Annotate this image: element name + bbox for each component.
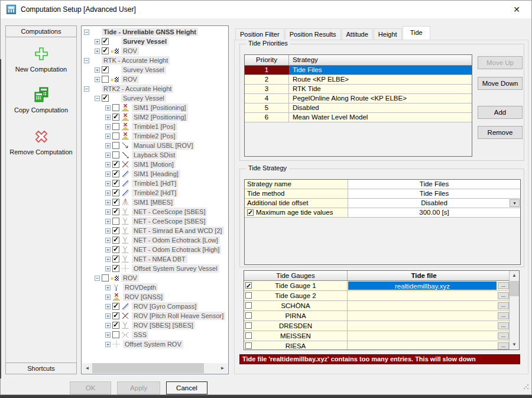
dropdown-arrow-icon[interactable]: ▼: [510, 199, 520, 207]
checkbox[interactable]: [112, 180, 119, 187]
tree-item[interactable]: +Trimble2 [Pos]: [82, 131, 228, 141]
expander-icon[interactable]: +: [105, 247, 111, 253]
tree-item[interactable]: +SIM1 [Positioning]: [82, 103, 228, 112]
expander-icon[interactable]: +: [105, 200, 111, 205]
expander-icon[interactable]: +: [105, 143, 111, 148]
checkbox[interactable]: [112, 312, 119, 319]
tree-item[interactable]: +NET - CeeScope [SBES]: [82, 216, 228, 226]
tide-file-cell[interactable]: ...: [348, 311, 510, 321]
tree-item[interactable]: −RTK2 - Accurate Height: [82, 84, 228, 93]
checkbox[interactable]: [112, 151, 119, 158]
expander-icon[interactable]: +: [95, 48, 100, 54]
tree-item[interactable]: +NET - NMEA DBT: [82, 254, 228, 264]
checkbox[interactable]: [112, 331, 119, 338]
priority-row[interactable]: 2Route <KP ELBE>: [245, 75, 472, 85]
priority-row[interactable]: 5Disabled: [245, 103, 472, 113]
priority-row[interactable]: 1Tide Files: [245, 66, 472, 75]
tide-gauge-row[interactable]: Tide Gauge 2...: [244, 291, 519, 301]
tree-item[interactable]: +SIM1 [Heading]: [82, 169, 228, 179]
tree-item[interactable]: +SIM1 [MBES]: [82, 198, 228, 207]
expander-icon[interactable]: −: [84, 30, 89, 35]
tab-height[interactable]: Height: [374, 28, 402, 40]
tide-file-cell[interactable]: ...: [348, 301, 510, 310]
browse-button[interactable]: ...: [498, 302, 509, 309]
checkbox[interactable]: [245, 322, 252, 329]
expander-icon[interactable]: +: [105, 162, 111, 167]
expander-icon[interactable]: +: [95, 67, 100, 73]
checkbox[interactable]: [112, 199, 119, 206]
checkbox[interactable]: [245, 332, 252, 339]
checkbox[interactable]: [112, 303, 119, 310]
expander-icon[interactable]: +: [105, 181, 111, 186]
remove-computation-button[interactable]: Remove Computation: [6, 128, 76, 156]
expander-icon[interactable]: +: [95, 39, 100, 44]
expander-icon[interactable]: +: [105, 304, 111, 309]
expander-icon[interactable]: +: [105, 105, 111, 111]
tree-item[interactable]: +ROV [SBES] [SBES]: [82, 321, 228, 330]
tree-item[interactable]: +NET - Odom Echotrack [Low]: [82, 235, 228, 245]
checkbox[interactable]: [245, 292, 252, 299]
checkbox[interactable]: [112, 170, 119, 177]
tree-item[interactable]: −»ROV: [82, 273, 228, 283]
tree-item[interactable]: +Layback SDist: [82, 150, 228, 160]
tree-item[interactable]: −Survey Vessel: [82, 93, 228, 103]
expander-icon[interactable]: +: [105, 323, 111, 328]
browse-button[interactable]: ...: [498, 282, 509, 289]
tree-item[interactable]: +ROV [GNSS]: [82, 292, 228, 302]
checkbox[interactable]: [112, 265, 119, 272]
scroll-right-icon[interactable]: ►: [218, 363, 228, 373]
tide-file-cell[interactable]: ...: [348, 331, 510, 341]
tree-item[interactable]: +Trimble2 [HdT]: [82, 188, 228, 198]
checkbox[interactable]: [112, 161, 119, 168]
tab-position-results[interactable]: Position Results: [285, 28, 341, 40]
checkbox[interactable]: [112, 142, 119, 149]
strategy-value-cell[interactable]: Tide Files: [348, 180, 520, 189]
checkbox[interactable]: [112, 255, 119, 263]
checkbox[interactable]: [112, 322, 119, 329]
checkbox[interactable]: [245, 342, 252, 349]
scroll-left-icon[interactable]: ◄: [82, 363, 92, 373]
tree-item[interactable]: +»ROV: [82, 75, 228, 84]
tree-item[interactable]: +SSS: [82, 330, 228, 339]
tree-item[interactable]: +Offset System Survey Vessel: [82, 264, 228, 273]
checkbox[interactable]: [112, 208, 119, 215]
expander-icon[interactable]: +: [95, 77, 100, 82]
close-icon[interactable]: ✕: [511, 4, 522, 15]
expander-icon[interactable]: −: [84, 58, 89, 63]
tree-item[interactable]: +Trimble1 [HdT]: [82, 179, 228, 188]
scrollbar-thumb[interactable]: [510, 281, 519, 296]
tide-gauge-row[interactable]: SCHÖNA...: [244, 301, 519, 311]
tree-item[interactable]: +Survey Vessel: [82, 37, 228, 46]
tide-gauge-row[interactable]: MEISSEN...: [244, 331, 519, 341]
strategy-value-cell[interactable]: Tide Files: [348, 189, 520, 198]
remove-button[interactable]: Remove: [478, 126, 523, 139]
tree-item[interactable]: +ROVDepth: [82, 283, 228, 292]
browse-button[interactable]: ...: [498, 292, 509, 299]
expander-icon[interactable]: +: [105, 209, 111, 215]
gauges-vertical-scrollbar[interactable]: ▲ ▼: [509, 271, 519, 350]
expander-icon[interactable]: +: [105, 115, 111, 120]
scroll-up-icon[interactable]: ▲: [510, 271, 519, 280]
checkbox[interactable]: [112, 218, 119, 225]
tree-item[interactable]: +NET - CeeScope [SBES]: [82, 207, 228, 216]
resize-grip[interactable]: [523, 384, 529, 390]
expander-icon[interactable]: +: [105, 257, 111, 262]
tree-item[interactable]: +Survey Vessel: [82, 65, 228, 75]
scrollbar-thumb[interactable]: [92, 363, 204, 373]
browse-button[interactable]: ...: [498, 322, 509, 329]
tree-item[interactable]: +Trimble1 [Pos]: [82, 122, 228, 131]
tree-horizontal-scrollbar[interactable]: ◄ ►: [82, 363, 228, 373]
tide-file-cell[interactable]: ...: [348, 341, 510, 350]
tree-item[interactable]: −Tide - Unreliable GNSS Height: [82, 27, 228, 37]
expander-icon[interactable]: +: [105, 313, 111, 319]
expander-icon[interactable]: +: [105, 219, 111, 224]
tide-gauge-row[interactable]: Tide Gauge 1realtidemillbay.xyz...: [244, 281, 519, 291]
tide-file-cell[interactable]: ...: [348, 291, 510, 300]
checkbox[interactable]: [112, 132, 119, 140]
tree-item[interactable]: +Manual USBL [ROV]: [82, 141, 228, 150]
scroll-down-icon[interactable]: ▼: [510, 340, 519, 350]
tide-file-cell[interactable]: ...: [348, 321, 510, 331]
tree-item[interactable]: +NET - Odom Echotrack [High]: [82, 245, 228, 254]
sidebar-header-shortcuts[interactable]: Shortcuts: [5, 363, 77, 374]
expander-icon[interactable]: +: [105, 295, 111, 300]
